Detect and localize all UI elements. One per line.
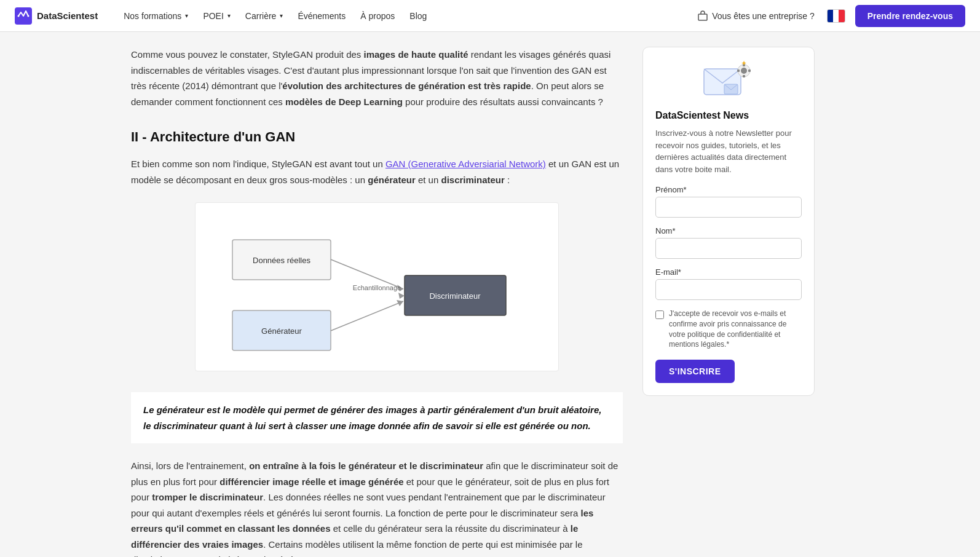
main-content: Comme vous pouvez le constater, StyleGAN… [131,32,623,557]
newsletter-desc: Inscrivez-vous à notre Newsletter pour r… [655,127,802,175]
svg-rect-18 [748,69,751,72]
sidebar: ✦ DataScientest News Inscrivez-vous à no… [642,32,815,557]
intro-paragraph: Comme vous pouvez le constater, StyleGAN… [131,47,623,109]
enterprise-link[interactable]: Vous êtes une entreprise ? [691,7,821,25]
navbar: DataScientest Nos formations ▾ POEI ▾ Ca… [0,0,980,32]
consent-checkbox[interactable] [655,310,664,319]
svg-point-2 [28,15,30,17]
nav-blog[interactable]: Blog [403,7,433,25]
nav-a-propos[interactable]: À propos [354,7,401,25]
svg-line-9 [331,301,403,331]
section-title: II - Architecture d'un GAN [131,129,623,145]
svg-point-1 [18,15,20,17]
quote-block: Le générateur est le modèle qui permet d… [131,392,623,443]
prenom-input[interactable] [655,197,802,218]
newsletter-card: ✦ DataScientest News Inscrivez-vous à no… [642,47,815,396]
body-paragraph-2: Ainsi, lors de l'entrainement, on entraî… [131,458,623,557]
enterprise-icon [697,10,708,22]
newsletter-title: DataScientest News [655,110,802,121]
diagram: Données réelles Générateur Discriminateu… [195,202,559,371]
svg-marker-11 [398,293,405,299]
gan-link[interactable]: GAN (Generative Adversiarial Network) [385,159,546,169]
logo-text: DataScientest [37,10,98,21]
svg-rect-17 [737,69,740,72]
chevron-down-icon: ▾ [227,12,231,19]
site-logo[interactable]: DataScientest [15,7,98,25]
language-flag[interactable] [827,9,845,23]
email-input[interactable] [655,279,802,300]
newsletter-icon: ✦ [701,60,756,103]
chevron-down-icon: ▾ [280,12,283,19]
svg-text:✦: ✦ [741,60,747,68]
diagram-echantillonnage-label: Echantillonnage [353,284,401,291]
nom-label: Nom* [655,226,802,235]
nav-evenements[interactable]: Événements [291,7,352,25]
svg-point-14 [741,68,747,74]
page-wrapper: Comme vous pouvez le constater, StyleGAN… [121,32,859,557]
nom-group: Nom* [655,226,802,259]
prenom-label: Prénom* [655,185,802,194]
nav-carriere[interactable]: Carrière ▾ [239,7,290,25]
diagram-generateur-label: Générateur [261,326,302,336]
diagram-discriminateur-label: Discriminateur [429,291,481,301]
quote-text: Le générateur est le modèle qui permet d… [143,402,611,433]
consent-checkbox-row: J'accepte de recevoir vos e-mails et con… [655,309,802,350]
nav-nos-formations[interactable]: Nos formations ▾ [117,7,194,25]
nom-input[interactable] [655,238,802,259]
diagram-donnees-label: Données réelles [253,256,310,265]
nav-poei[interactable]: POEI ▾ [197,7,236,25]
consent-label: J'accepte de recevoir vos e-mails et con… [669,309,802,350]
diagram-container: Données réelles Générateur Discriminateu… [131,202,623,377]
logo-icon [15,7,32,25]
chevron-down-icon: ▾ [185,12,188,19]
subscribe-button[interactable]: S'INSCRIRE [655,360,735,383]
email-label: E-mail* [655,267,802,277]
email-group: E-mail* [655,267,802,300]
prenom-group: Prénom* [655,185,802,218]
svg-rect-3 [698,14,707,20]
cta-rendez-vous-button[interactable]: Prendre rendez-vous [855,5,965,27]
newsletter-icon-wrapper: ✦ [655,60,802,103]
body-paragraph-1: Et bien comme son nom l'indique, StyleGA… [131,156,623,188]
gan-diagram: Données réelles Générateur Discriminateu… [214,215,540,357]
nav-links: Nos formations ▾ POEI ▾ Carrière ▾ Événe… [117,7,691,25]
svg-rect-16 [743,75,745,77]
